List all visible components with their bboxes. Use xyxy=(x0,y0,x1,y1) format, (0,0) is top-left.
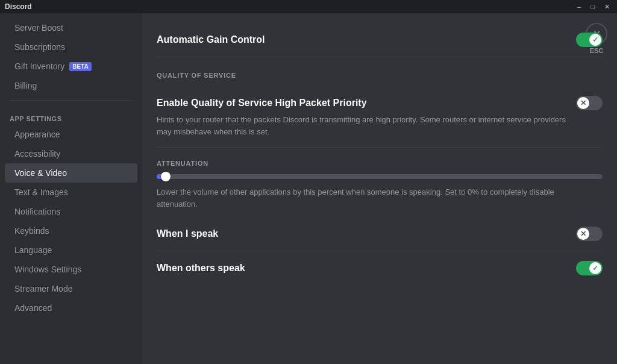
sidebar-divider xyxy=(10,100,133,101)
sidebar-item-notifications[interactable]: Notifications xyxy=(5,202,137,221)
sidebar-item-label: Billing xyxy=(14,81,37,90)
x-icon: ✕ xyxy=(580,230,586,237)
sidebar-item-voice-video[interactable]: Voice & Video xyxy=(5,163,137,183)
content-area: ✕ ESC Automatic Gain Control ✓ QUALITY O… xyxy=(142,13,617,364)
x-icon: ✕ xyxy=(580,99,586,107)
sidebar-item-label: Gift Inventory xyxy=(14,61,64,71)
app-container: Server Boost Subscriptions Gift Inventor… xyxy=(0,13,617,364)
sidebar-item-label: Keybinds xyxy=(14,226,49,236)
checkmark-icon: ✓ xyxy=(592,265,598,272)
app-settings-label: APP SETTINGS xyxy=(0,105,142,125)
when-i-speak-title: When I speak xyxy=(157,228,218,239)
sidebar-item-gift-inventory[interactable]: Gift Inventory BETA xyxy=(5,57,137,76)
sidebar-item-server-boost[interactable]: Server Boost xyxy=(5,18,137,37)
beta-badge: BETA xyxy=(69,62,91,71)
esc-label: ESC xyxy=(590,47,604,54)
sidebar: Server Boost Subscriptions Gift Inventor… xyxy=(0,13,142,364)
sidebar-item-text-images[interactable]: Text & Images xyxy=(5,183,137,202)
enable-qos-group: Enable Quality of Service High Packet Pr… xyxy=(157,86,603,148)
when-others-speak-row: When others speak ✓ xyxy=(157,251,603,285)
minimize-button[interactable]: – xyxy=(575,3,583,10)
attenuation-description: Lower the volume of other applications b… xyxy=(157,186,566,210)
sidebar-item-label: Streamer Mode xyxy=(14,284,72,293)
when-others-speak-title: When others speak xyxy=(157,263,245,274)
sidebar-item-streamer-mode[interactable]: Streamer Mode xyxy=(5,279,137,298)
sidebar-item-label: Text & Images xyxy=(14,187,68,197)
toggle-knob: ✓ xyxy=(589,34,601,46)
attenuation-slider-thumb[interactable] xyxy=(161,172,171,181)
attenuation-slider-track xyxy=(157,174,603,179)
sidebar-item-label: Subscriptions xyxy=(14,42,65,52)
sidebar-item-advanced[interactable]: Advanced xyxy=(5,298,137,318)
close-button[interactable]: ✕ xyxy=(602,3,612,11)
when-i-speak-toggle[interactable]: ✕ xyxy=(576,227,603,241)
when-i-speak-row: When I speak ✕ xyxy=(157,217,603,251)
automatic-gain-control-row: Automatic Gain Control ✓ xyxy=(157,23,603,57)
when-others-speak-toggle[interactable]: ✓ xyxy=(576,261,603,275)
maximize-button[interactable]: □ xyxy=(588,3,597,10)
sidebar-item-keybinds[interactable]: Keybinds xyxy=(5,221,137,240)
qos-section-label: QUALITY OF SERVICE xyxy=(157,72,603,79)
title-bar: Discord – □ ✕ xyxy=(0,0,617,13)
automatic-gain-control-title: Automatic Gain Control xyxy=(157,34,265,45)
attenuation-slider-container xyxy=(157,174,603,179)
sidebar-item-billing[interactable]: Billing xyxy=(5,76,137,95)
sidebar-item-windows-settings[interactable]: Windows Settings xyxy=(5,260,137,279)
enable-qos-description: Hints to your router that the packets Di… xyxy=(157,114,566,137)
sidebar-item-label: Windows Settings xyxy=(14,265,81,274)
enable-qos-top: Enable Quality of Service High Packet Pr… xyxy=(157,96,603,110)
toggle-knob: ✓ xyxy=(589,262,601,274)
toggle-knob: ✕ xyxy=(577,228,589,240)
window-controls: – □ ✕ xyxy=(575,3,612,11)
sidebar-item-label: Notifications xyxy=(14,207,60,216)
sidebar-item-appearance[interactable]: Appearance xyxy=(5,125,137,144)
attenuation-section-label: ATTENUATION xyxy=(157,160,603,167)
enable-qos-title: Enable Quality of Service High Packet Pr… xyxy=(157,98,367,108)
sidebar-item-label: Appearance xyxy=(14,130,60,139)
sidebar-item-accessibility[interactable]: Accessibility xyxy=(5,144,137,163)
sidebar-item-label: Language xyxy=(14,245,52,255)
app-title: Discord xyxy=(5,2,32,11)
sidebar-item-label: Advanced xyxy=(14,303,52,313)
sidebar-item-label: Voice & Video xyxy=(14,168,67,178)
enable-qos-toggle[interactable]: ✕ xyxy=(576,96,603,110)
sidebar-item-subscriptions[interactable]: Subscriptions xyxy=(5,37,137,57)
automatic-gain-control-toggle[interactable]: ✓ xyxy=(576,33,603,47)
toggle-knob: ✕ xyxy=(577,97,589,109)
sidebar-item-label: Accessibility xyxy=(14,149,60,158)
checkmark-icon: ✓ xyxy=(592,36,598,43)
sidebar-item-language[interactable]: Language xyxy=(5,240,137,260)
sidebar-item-label: Server Boost xyxy=(14,23,63,33)
